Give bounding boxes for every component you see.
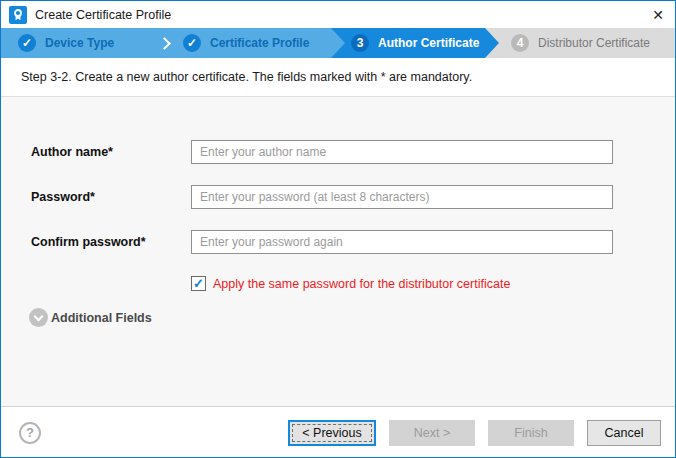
certificate-profile-icon: [9, 6, 27, 24]
help-icon[interactable]: ?: [19, 422, 41, 444]
check-icon: ✓: [183, 34, 201, 52]
author-name-input[interactable]: [191, 140, 613, 164]
author-name-row: Author name*: [31, 97, 675, 164]
cancel-button[interactable]: Cancel: [587, 420, 661, 446]
additional-fields-label: Additional Fields: [51, 311, 152, 325]
confirm-password-input[interactable]: [191, 230, 613, 254]
step-number-badge: 4: [511, 34, 529, 52]
check-icon: ✓: [18, 34, 36, 52]
title-bar: Create Certificate Profile ✕: [1, 1, 675, 28]
button-group: < Previous Next > Finish Cancel: [288, 420, 661, 446]
step-description: Step 3-2. Create a new author certificat…: [1, 58, 675, 97]
next-button[interactable]: Next >: [389, 420, 475, 446]
create-certificate-profile-dialog: Create Certificate Profile ✕ ✓ Device Ty…: [0, 0, 676, 458]
password-label: Password*: [31, 190, 191, 204]
chevron-down-icon: [29, 308, 48, 327]
password-input[interactable]: [191, 185, 613, 209]
author-certificate-form: Author name* Password* Confirm password*…: [1, 97, 675, 406]
check-icon: ✓: [193, 277, 204, 290]
step-arrow-icon: [485, 28, 499, 58]
same-password-label: Apply the same password for the distribu…: [213, 277, 510, 291]
step-arrow-icon: [331, 28, 345, 58]
step-separator-chevron-icon: [153, 28, 179, 58]
wizard-step-label: Author Certificate: [378, 36, 479, 50]
wizard-step-label: Distributor Certificate: [538, 36, 650, 50]
password-row: Password*: [31, 185, 675, 209]
finish-button[interactable]: Finish: [488, 420, 574, 446]
confirm-password-label: Confirm password*: [31, 235, 191, 249]
confirm-password-row: Confirm password*: [31, 230, 675, 254]
wizard-step-label: Device Type: [45, 36, 114, 50]
previous-button[interactable]: < Previous: [288, 420, 376, 446]
step-number-badge: 3: [351, 34, 369, 52]
same-password-checkbox[interactable]: ✓: [191, 276, 206, 291]
step-description-text: Step 3-2. Create a new author certificat…: [21, 70, 472, 84]
wizard-step-device-type[interactable]: ✓ Device Type: [1, 28, 153, 58]
window-title: Create Certificate Profile: [35, 8, 171, 22]
author-name-label: Author name*: [31, 145, 191, 159]
medal-glyph: [11, 8, 25, 22]
same-password-row: ✓ Apply the same password for the distri…: [191, 276, 675, 291]
wizard-step-label: Certificate Profile: [210, 36, 309, 50]
wizard-step-author-certificate[interactable]: 3 Author Certificate: [345, 28, 485, 58]
additional-fields-toggle[interactable]: Additional Fields: [29, 308, 675, 327]
wizard-step-certificate-profile[interactable]: ✓ Certificate Profile: [179, 28, 331, 58]
wizard-steps: ✓ Device Type ✓ Certificate Profile 3 Au…: [1, 28, 675, 58]
wizard-step-distributor-certificate[interactable]: 4 Distributor Certificate: [499, 28, 675, 58]
footer-bar: ? < Previous Next > Finish Cancel: [1, 406, 675, 458]
close-icon[interactable]: ✕: [641, 1, 675, 28]
